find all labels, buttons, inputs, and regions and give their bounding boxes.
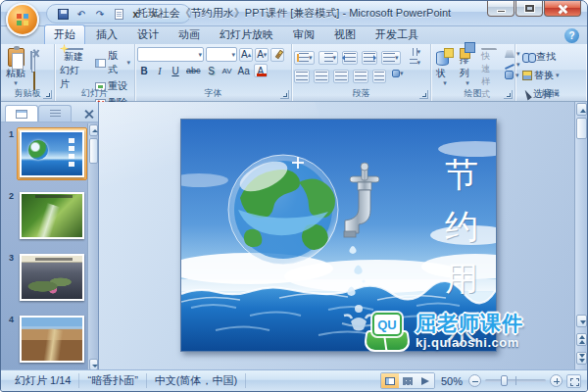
decrease-indent-button[interactable] [342, 51, 358, 65]
subscript-button[interactable]: x₂ [148, 6, 164, 22]
new-slide-button[interactable]: 新建 幻灯片 [57, 46, 90, 88]
numbering-button[interactable]: ▾ [318, 51, 339, 65]
close-panel-button[interactable] [84, 109, 94, 119]
chevron-down-icon: ▾ [556, 73, 560, 78]
tab-home[interactable]: 开始 [44, 24, 85, 44]
shapes-button[interactable]: 形状 ▾ [433, 46, 457, 88]
bold-button[interactable]: B [137, 64, 151, 77]
tab-developer[interactable]: 开发工具 [367, 25, 427, 44]
fit-to-window-button[interactable] [566, 374, 581, 388]
slides-tab-icon [16, 110, 27, 119]
increase-indent-button[interactable] [362, 51, 377, 65]
clear-formatting-button[interactable] [270, 48, 284, 62]
close-button[interactable] [544, 1, 581, 17]
next-slide-button[interactable] [576, 352, 587, 365]
grow-font-button[interactable]: A▴ [239, 48, 253, 62]
justify-button[interactable] [353, 70, 368, 83]
slide-number: 3 [3, 251, 17, 304]
paragraph-dialog-launcher[interactable] [419, 90, 428, 99]
thumbnail-slide-1[interactable]: 1 [3, 127, 87, 180]
panel-scrollbar-thumb[interactable] [89, 138, 98, 164]
tab-insert[interactable]: 插入 [87, 25, 126, 44]
align-right-button[interactable] [333, 70, 349, 83]
text-shadow-button[interactable]: S [205, 64, 219, 77]
align-center-icon [316, 72, 327, 81]
zoom-slider-thumb[interactable] [501, 375, 508, 386]
align-center-button[interactable] [314, 70, 329, 83]
normal-view-button[interactable] [381, 373, 399, 388]
font-color-button[interactable]: A [254, 64, 268, 77]
layout-button[interactable]: 版式 ▾ [93, 48, 132, 77]
office-button[interactable] [6, 3, 39, 36]
columns-button[interactable] [372, 70, 386, 83]
thumbnail-slide-3[interactable]: 3 [3, 251, 87, 304]
scrollbar-thumb[interactable] [576, 118, 587, 139]
slideshow-button[interactable] [416, 373, 434, 388]
align-text-button[interactable]: ▾ [408, 58, 423, 68]
language-indicator[interactable]: 中文(简体，中国) [147, 373, 246, 388]
arrange-button[interactable]: 排列 ▾ [457, 46, 478, 88]
quick-access-toolbar: ↶ ↷ x² x₂ ▾ [46, 4, 191, 24]
scroll-up-button[interactable] [576, 103, 587, 116]
underline-button[interactable]: U [169, 64, 182, 77]
tab-view[interactable]: 视图 [325, 25, 365, 44]
font-size-combo[interactable]: ▾ [206, 47, 237, 62]
scroll-down-button[interactable] [576, 315, 587, 327]
justify-icon [355, 72, 367, 81]
font-dialog-launcher[interactable] [280, 90, 289, 99]
redo-button[interactable]: ↷ [92, 6, 108, 22]
tab-slideshow[interactable]: 幻灯片放映 [211, 25, 282, 44]
find-button[interactable]: 查找 [520, 49, 584, 65]
undo-button[interactable]: ↶ [74, 6, 89, 22]
theme-name: “暗香扑面” [79, 373, 146, 388]
text-direction-button[interactable]: ▾ [408, 47, 423, 57]
convert-smartart-button[interactable]: ▾ [390, 69, 406, 78]
slide-sorter-button[interactable] [399, 373, 416, 388]
tab-review[interactable]: 审阅 [284, 25, 323, 44]
ribbon: 粘贴 ▾ 剪贴板 新建 幻灯片 版式 ▾ [1, 44, 587, 102]
scroll-up-icon[interactable] [89, 124, 98, 136]
strikethrough-button[interactable]: abc [184, 64, 203, 77]
thumbnail-slide-4[interactable]: 4 [3, 313, 87, 366]
align-left-button[interactable] [294, 70, 310, 83]
thumbnail-slide-2[interactable]: 2 [3, 189, 87, 242]
redo-icon: ↷ [96, 9, 104, 20]
zoom-slider[interactable] [485, 379, 546, 382]
normal-view-icon [385, 377, 395, 385]
change-case-button[interactable]: Aa [236, 64, 252, 77]
print-preview-button[interactable] [111, 6, 126, 22]
character-spacing-button[interactable]: AV [220, 64, 234, 77]
clipboard-dialog-launcher[interactable] [43, 90, 52, 99]
thumbnail-title-text [35, 195, 73, 198]
customize-qat-button[interactable]: ▾ [167, 6, 182, 22]
columns-icon [379, 72, 384, 81]
font-name-combo[interactable]: ▾ [137, 47, 204, 62]
minimize-button[interactable] [487, 1, 514, 17]
help-button[interactable]: ? [564, 28, 579, 43]
maximize-button[interactable] [515, 1, 543, 17]
paste-button[interactable]: 粘贴 ▾ [3, 46, 28, 88]
zoom-in-button[interactable] [550, 374, 563, 387]
tab-design[interactable]: 设计 [128, 25, 168, 44]
slide-number: 1 [3, 127, 17, 180]
panel-scrollbar[interactable] [87, 123, 98, 371]
previous-slide-button[interactable] [576, 333, 587, 346]
slideshow-icon [421, 377, 429, 385]
save-button[interactable] [55, 6, 71, 22]
tab-animations[interactable]: 动画 [170, 25, 209, 44]
zoom-level[interactable]: 50% [439, 375, 465, 387]
zoom-out-button[interactable] [468, 374, 481, 387]
superscript-button[interactable]: x² [129, 6, 145, 22]
window-controls [486, 1, 581, 17]
vertical-scrollbar[interactable] [574, 102, 587, 371]
line-spacing-button[interactable]: ▾ [381, 51, 401, 65]
tab-outline[interactable] [38, 105, 72, 122]
italic-button[interactable]: I [153, 64, 167, 77]
bullets-button[interactable]: ▾ [294, 51, 315, 65]
drawing-dialog-launcher[interactable] [504, 90, 513, 99]
quick-styles-button[interactable]: 快速样式 [478, 46, 500, 88]
shrink-font-button[interactable]: A▾ [255, 48, 269, 62]
tab-slides-thumbnails[interactable] [5, 105, 38, 122]
powerpoint-window: ↶ ↷ x² x₂ ▾ 托班社会《节约用水》PPT课件 [兼容模式] - Mic… [0, 0, 588, 392]
replace-button[interactable]: 替换▾ [520, 68, 584, 83]
